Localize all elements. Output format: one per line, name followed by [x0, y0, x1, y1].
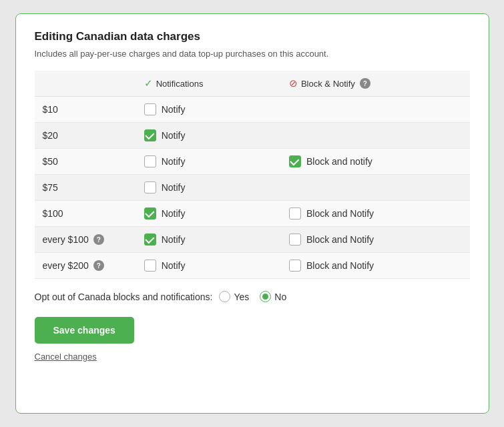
- notify-checkbox[interactable]: [144, 155, 156, 167]
- cell-amount: $10: [35, 97, 136, 123]
- notify-checkbox[interactable]: [144, 234, 156, 246]
- block-checkbox[interactable]: [289, 260, 301, 272]
- block-label: Block and Notify: [306, 260, 374, 271]
- notify-label: Notify: [162, 130, 186, 141]
- card-subtitle: Includes all pay-per-use charges and dat…: [35, 49, 470, 59]
- notify-checkbox[interactable]: [144, 103, 156, 115]
- notify-check-label[interactable]: Notify: [144, 260, 273, 272]
- block-checkbox[interactable]: [289, 207, 301, 220]
- table-row: $100NotifyBlock and Notify: [35, 201, 470, 227]
- yes-label: Yes: [234, 292, 249, 302]
- cell-amount: $75: [35, 175, 136, 201]
- check-icon: ✓: [144, 77, 153, 89]
- table-header-row: ✓ Notifications ⊘ Block & Notify ?: [35, 71, 470, 97]
- table-row: $10Notify: [35, 97, 470, 123]
- table-row: every $100 ?NotifyBlock and Notify: [35, 227, 470, 253]
- block-check-label[interactable]: Block and Notify: [289, 207, 462, 220]
- cell-amount: $20: [35, 123, 136, 149]
- notify-check-label[interactable]: Notify: [144, 155, 273, 167]
- table-row: $20Notify: [35, 123, 470, 149]
- amount-with-help: every $100 ?: [43, 234, 104, 245]
- notify-label: Notify: [162, 156, 186, 167]
- notify-check-label[interactable]: Notify: [144, 129, 273, 141]
- amount-with-help: every $200 ?: [43, 260, 104, 271]
- header-amount: [35, 71, 136, 97]
- cell-block: Block and Notify: [281, 253, 470, 279]
- notify-check-label[interactable]: Notify: [144, 234, 273, 246]
- cell-block: [281, 97, 470, 123]
- notify-label: Notify: [162, 208, 186, 219]
- data-table: ✓ Notifications ⊘ Block & Notify ? $10No…: [35, 71, 470, 279]
- cell-block: Block and Notify: [281, 227, 470, 253]
- radio-no[interactable]: [260, 291, 271, 302]
- cell-notify: Notify: [136, 149, 281, 175]
- amount-help-icon[interactable]: ?: [93, 234, 104, 245]
- cell-block: Block and Notify: [281, 201, 470, 227]
- card-title: Editing Canadian data charges: [35, 30, 470, 43]
- cell-block: [281, 175, 470, 201]
- cell-notify: Notify: [136, 227, 281, 253]
- cell-notify: Notify: [136, 97, 281, 123]
- block-notify-help-icon[interactable]: ?: [360, 78, 370, 89]
- notify-label: Notify: [162, 234, 186, 245]
- radio-yes-label[interactable]: Yes: [219, 291, 249, 302]
- amount-help-icon[interactable]: ?: [93, 260, 104, 271]
- opt-out-row: Opt out of Canada blocks and notificatio…: [35, 291, 470, 302]
- cell-notify: Notify: [136, 253, 281, 279]
- block-label: Block and Notify: [306, 234, 374, 245]
- no-label: No: [274, 292, 286, 302]
- radio-group: Yes No: [219, 291, 286, 302]
- block-label: Block and notify: [306, 156, 372, 167]
- table-row: $50NotifyBlock and notify: [35, 149, 470, 175]
- cell-amount: $50: [35, 149, 136, 175]
- notify-label: Notify: [162, 104, 186, 115]
- block-check-label[interactable]: Block and Notify: [289, 234, 462, 246]
- cell-amount: every $200 ?: [35, 253, 136, 279]
- block-check-label[interactable]: Block and notify: [289, 155, 462, 167]
- table-row: every $200 ?NotifyBlock and Notify: [35, 253, 470, 279]
- notify-check-label[interactable]: Notify: [144, 181, 273, 193]
- notifications-label: Notifications: [156, 79, 204, 89]
- cell-amount: every $100 ?: [35, 227, 136, 253]
- header-block-notify: ⊘ Block & Notify ?: [281, 71, 470, 97]
- block-label: Block and Notify: [306, 208, 374, 219]
- radio-no-label[interactable]: No: [260, 291, 286, 302]
- cell-notify: Notify: [136, 175, 281, 201]
- block-checkbox[interactable]: [289, 155, 301, 167]
- notify-checkbox[interactable]: [144, 207, 156, 220]
- notify-check-label[interactable]: Notify: [144, 207, 273, 220]
- notify-checkbox[interactable]: [144, 129, 156, 141]
- block-check-label[interactable]: Block and Notify: [289, 260, 462, 272]
- card: Editing Canadian data charges Includes a…: [15, 13, 489, 414]
- opt-out-label: Opt out of Canada blocks and notificatio…: [35, 292, 213, 302]
- notify-label: Notify: [162, 182, 186, 193]
- cancel-button[interactable]: Cancel changes: [35, 352, 97, 362]
- table-row: $75Notify: [35, 175, 470, 201]
- block-icon: ⊘: [289, 77, 298, 89]
- save-button[interactable]: Save changes: [35, 317, 134, 344]
- notify-checkbox[interactable]: [144, 181, 156, 193]
- cell-amount: $100: [35, 201, 136, 227]
- notify-check-label[interactable]: Notify: [144, 103, 273, 115]
- radio-yes[interactable]: [219, 291, 230, 302]
- cell-notify: Notify: [136, 123, 281, 149]
- notify-label: Notify: [162, 260, 186, 271]
- cell-notify: Notify: [136, 201, 281, 227]
- block-checkbox[interactable]: [289, 234, 301, 246]
- notify-checkbox[interactable]: [144, 260, 156, 272]
- cell-block: Block and notify: [281, 149, 470, 175]
- cell-block: [281, 123, 470, 149]
- header-notifications: ✓ Notifications: [136, 71, 281, 97]
- block-notify-label: Block & Notify: [301, 79, 355, 89]
- table-body: $10Notify$20Notify$50NotifyBlock and not…: [35, 97, 470, 279]
